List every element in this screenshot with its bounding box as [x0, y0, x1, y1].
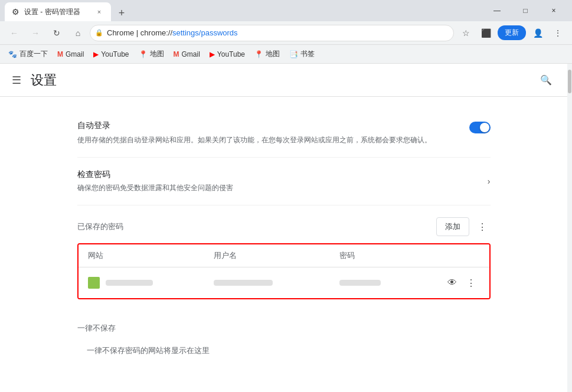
bookmark-map-1[interactable]: 📍 地图 [135, 48, 168, 60]
auto-login-text: 自动登录 使用存储的凭据自动登录网站和应用。如果关闭了该功能，在您每次登录网站或… [77, 120, 457, 145]
never-save-title: 一律不保存 [77, 323, 491, 334]
back-button[interactable]: ← [5, 24, 24, 43]
bookmark-star-icon[interactable]: ☆ [456, 24, 475, 43]
saved-passwords-title: 已保存的密码 [77, 221, 123, 232]
close-button[interactable]: × [540, 1, 567, 20]
profile-icon[interactable]: 👤 [528, 24, 547, 43]
bookmark-bookmarks-label: 书签 [300, 49, 315, 59]
auto-login-title: 自动登录 [77, 120, 457, 131]
tab-settings-icon: ⚙ [12, 7, 19, 17]
map-icon-2: 📍 [254, 50, 263, 58]
bookmarks-bar: 🐾 百度一下 M Gmail ▶ YouTube 📍 地图 M Gmail ▶ … [0, 45, 572, 64]
bookmarks-icon: 📑 [289, 50, 298, 58]
password-table: 网站 用户名 密码 [77, 243, 491, 299]
header-search-button[interactable]: 🔍 [537, 71, 555, 90]
saved-passwords-section: 已保存的密码 添加 ⋮ 网站 用户名 密码 [77, 205, 491, 311]
bookmark-map-2[interactable]: 📍 地图 [251, 48, 283, 60]
bookmark-gmail-1-label: Gmail [66, 50, 84, 58]
restore-button[interactable]: □ [512, 1, 539, 20]
bookmark-youtube-1[interactable]: ▶ YouTube [90, 49, 132, 60]
toggle-thumb [480, 123, 489, 132]
lock-icon: 🔒 [95, 29, 103, 37]
never-save-empty-message: 一律不保存密码的网站将显示在这里 [77, 341, 491, 361]
check-password-arrow: › [488, 177, 491, 186]
never-save-section: 一律不保存 一律不保存密码的网站将显示在这里 [77, 311, 491, 373]
new-tab-button[interactable]: + [113, 5, 130, 21]
bookmark-gmail-2[interactable]: M Gmail [170, 49, 204, 60]
address-text: Chrome | chrome://settings/passwords [107, 28, 449, 37]
search-icon[interactable]: 🔍 [537, 71, 555, 90]
gmail-icon-1: M [57, 50, 63, 58]
baidu-icon: 🐾 [8, 50, 17, 58]
update-button[interactable]: 更新 [498, 25, 526, 40]
scrollbar[interactable] [567, 64, 572, 392]
home-button[interactable]: ⌂ [68, 24, 87, 43]
col-user-header: 用户名 [214, 250, 339, 261]
scrollbar-thumb[interactable] [568, 70, 571, 93]
check-password-desc: 确保您的密码免受数据泄露和其他安全问题的侵害 [77, 182, 233, 193]
saved-passwords-actions: 添加 ⋮ [436, 217, 491, 236]
cast-icon[interactable]: ⬛ [476, 24, 495, 43]
settings-header: ☰ 设置 🔍 [0, 64, 567, 97]
bookmark-baidu[interactable]: 🐾 百度一下 [5, 48, 51, 60]
password-blurred [339, 280, 381, 286]
gmail-icon-2: M [174, 50, 179, 58]
add-password-button[interactable]: 添加 [436, 217, 469, 236]
bookmark-map-2-label: 地图 [266, 49, 280, 59]
bookmark-youtube-2[interactable]: ▶ YouTube [206, 49, 249, 60]
bookmark-youtube-1-label: YouTube [101, 50, 129, 58]
hamburger-menu-button[interactable]: ☰ [12, 74, 21, 87]
check-password-text: 检查密码 确保您的密码免受数据泄露和其他安全问题的侵害 [77, 169, 233, 193]
password-cell [339, 280, 444, 286]
col-site-header: 网站 [88, 250, 214, 261]
row-more-button[interactable]: ⋮ [463, 275, 479, 291]
check-password-section[interactable]: 检查密码 确保您的密码免受数据泄露和其他安全问题的侵害 › [77, 158, 491, 205]
site-favicon [88, 277, 100, 289]
user-cell [214, 280, 339, 286]
col-password-header: 密码 [339, 250, 444, 261]
show-password-button[interactable]: 👁 [444, 275, 460, 291]
saved-passwords-header: 已保存的密码 添加 ⋮ [77, 217, 491, 236]
password-table-header: 网站 用户名 密码 [79, 244, 489, 267]
active-tab[interactable]: ⚙ 设置 - 密码管理器 × [5, 2, 111, 21]
saved-passwords-more-button[interactable]: ⋮ [474, 218, 491, 235]
address-bar[interactable]: 🔒 Chrome | chrome://settings/passwords [90, 25, 454, 41]
auto-login-desc: 使用存储的凭据自动登录网站和应用。如果关闭了该功能，在您每次登录网站或应用之前，… [77, 135, 457, 145]
tab-close-button[interactable]: × [94, 7, 104, 17]
bookmark-baidu-label: 百度一下 [19, 49, 48, 59]
youtube-icon-2: ▶ [210, 50, 215, 58]
table-row: 👁 ⋮ [79, 267, 489, 298]
browser-more-icon[interactable]: ⋮ [548, 24, 567, 43]
tab-title: 设置 - 密码管理器 [24, 7, 80, 17]
bookmark-gmail-1[interactable]: M Gmail [54, 49, 87, 60]
forward-button[interactable]: → [26, 24, 45, 43]
bookmark-map-1-label: 地图 [150, 49, 164, 59]
auto-login-toggle[interactable] [469, 122, 491, 133]
check-password-title: 检查密码 [77, 169, 233, 180]
map-icon-1: 📍 [139, 50, 148, 58]
refresh-button[interactable]: ↻ [47, 24, 66, 43]
auto-login-section: 自动登录 使用存储的凭据自动登录网站和应用。如果关闭了该功能，在您每次登录网站或… [77, 109, 491, 158]
row-actions: 👁 ⋮ [444, 275, 479, 291]
username-blurred [214, 280, 273, 286]
minimize-button[interactable]: — [483, 1, 511, 20]
bookmark-gmail-2-label: Gmail [182, 50, 200, 58]
site-cell [88, 277, 214, 289]
site-name-blurred [106, 280, 153, 286]
page-title: 设置 [31, 71, 57, 89]
bookmark-bookmarks[interactable]: 📑 书签 [286, 48, 318, 60]
youtube-icon-1: ▶ [93, 50, 99, 58]
bookmark-youtube-2-label: YouTube [217, 50, 245, 58]
settings-content: 自动登录 使用存储的凭据自动登录网站和应用。如果关闭了该功能，在您每次登录网站或… [54, 97, 514, 392]
